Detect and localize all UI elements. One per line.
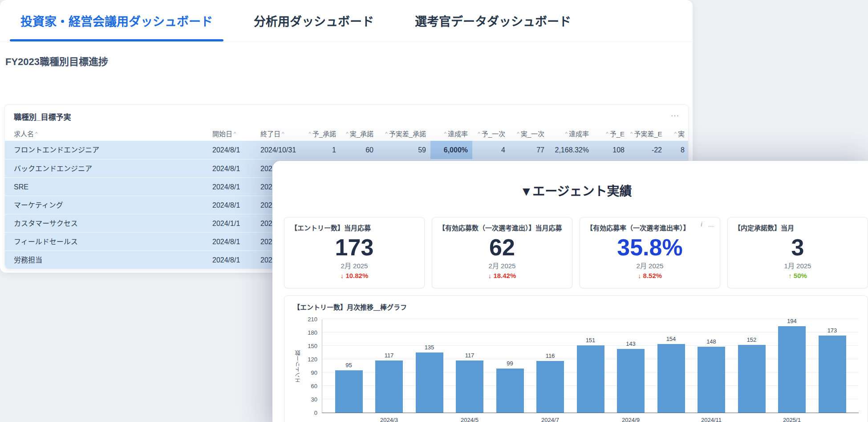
cell-1: 2024/8/1 (205, 160, 253, 178)
bar[interactable] (738, 345, 766, 413)
bar-value-label: 116 (536, 352, 564, 359)
sort-caret-icon: ^ (384, 131, 389, 136)
sort-caret-icon: ^ (476, 131, 481, 136)
bar-chart-plot: 951172024/31351172024/5991162024/7151143… (322, 320, 859, 413)
bar-value-label: 194 (778, 318, 806, 324)
column-header-4[interactable]: ^実_承諾 (341, 129, 378, 138)
arrow-up-icon: ↑ (788, 272, 792, 279)
bar[interactable] (617, 349, 645, 413)
bar[interactable] (456, 361, 483, 413)
bar-value-label: 154 (657, 336, 685, 342)
bar[interactable] (698, 347, 725, 413)
bar-slot: 1942025/1 (778, 320, 806, 413)
cell-7: 4 (472, 141, 510, 159)
kpi-delta: ↓ 8.52% (586, 272, 714, 279)
y-axis-title: エントリー数 (293, 320, 302, 413)
bar-slot: 99 (496, 320, 524, 413)
bar-slot: 95 (335, 320, 363, 413)
kpi-card-2: 【有効応募数（一次選考進出）】当月応募622月 2025↓ 18.42% (432, 217, 572, 288)
bar-value-label: 151 (577, 337, 604, 344)
kpi-label: 【エントリー数】当月応募 (291, 223, 418, 232)
bar[interactable] (657, 344, 685, 413)
cell-1: 2024/1/1 (205, 214, 253, 233)
bar[interactable] (496, 369, 524, 413)
cell-12: 8 (666, 141, 689, 159)
cell-0: マーケティング (5, 196, 205, 214)
column-header-label: 予実差_承諾 (389, 130, 426, 138)
sort-caret-icon: ^ (307, 131, 312, 136)
bar[interactable] (778, 326, 806, 413)
cell-6: 6,000% (430, 141, 472, 159)
column-header-10[interactable]: ^予_E (593, 129, 629, 138)
kpi-label: 【有効応募数（一次選考進出）】当月応募 (438, 223, 566, 232)
bar-slot: 1432024/9 (617, 320, 645, 413)
column-header-12[interactable]: ^実 (666, 129, 689, 138)
kpi-delta: ↓ 18.42% (438, 272, 566, 279)
cell-9: 2,168.32% (549, 141, 593, 159)
column-header-8[interactable]: ^実_一次 (510, 129, 549, 138)
sort-caret-icon: ^ (232, 131, 237, 136)
cell-0: フィールドセールス (5, 233, 205, 251)
kpi-card-1: 【エントリー数】当月応募1732月 2025↓ 10.82% (284, 217, 425, 288)
bar-slot: 154 (657, 320, 685, 413)
column-header-7[interactable]: ^予_一次 (472, 129, 510, 138)
y-axis-ticks: 0306090120150180210 (302, 320, 322, 413)
kpi-value: 173 (291, 235, 418, 260)
sort-caret-icon: ^ (629, 131, 634, 136)
bar[interactable] (577, 345, 604, 413)
column-header-label: 求人名 (14, 130, 34, 138)
cell-1: 2024/8/1 (205, 251, 253, 269)
dashboard-tab-1[interactable]: 投資家・経営会議用ダッシュボード (10, 0, 223, 41)
info-icon[interactable]: i (701, 221, 702, 228)
column-header-2[interactable]: 終了日^ (253, 129, 306, 138)
bar[interactable] (536, 361, 564, 413)
kpi-period: 1月 2025 (734, 261, 861, 270)
bar-slot: 151 (577, 320, 604, 413)
bar[interactable] (335, 370, 363, 413)
bar[interactable] (819, 336, 846, 413)
bar-value-label: 173 (819, 327, 846, 334)
column-header-3[interactable]: ^予_承諾 (306, 129, 341, 138)
table-header-row: 求人名^開始日^終了日^^予_承諾^実_承諾^予実差_承諾^達成率^予_一次^実… (5, 126, 688, 141)
cell-0: 労務担当 (5, 251, 205, 269)
column-header-5[interactable]: ^予実差_承諾 (378, 129, 430, 138)
x-axis-label: 2024/7 (541, 417, 559, 422)
cell-3: 1 (306, 141, 341, 159)
bar[interactable] (416, 352, 443, 413)
column-header-0[interactable]: 求人名^ (5, 129, 205, 138)
table-row[interactable]: フロントエンドエンジニア2024/8/12024/10/31160596,000… (5, 141, 688, 159)
sort-caret-icon: ^ (673, 131, 678, 136)
column-header-6[interactable]: ^達成率 (430, 129, 472, 138)
kpi-value: 62 (438, 235, 566, 260)
sort-caret-icon: ^ (280, 131, 285, 136)
page-title: FY2023職種別目標進捗 (5, 53, 693, 68)
dashboard-tab-3[interactable]: 選考官データダッシュボード (404, 0, 582, 41)
cell-11: -22 (629, 141, 666, 159)
column-header-1[interactable]: 開始日^ (205, 129, 253, 138)
arrow-down-icon: ↓ (488, 272, 492, 279)
chart-title: 【エントリー数】月次推移＿棒グラフ (293, 302, 859, 311)
bar-slot: 173 (819, 320, 846, 413)
cell-0: バックエンドエンジニア (5, 160, 205, 178)
column-header-label: 開始日 (212, 130, 232, 138)
kpi-delta: ↓ 10.82% (291, 272, 418, 279)
kpi-value: 3 (734, 235, 861, 260)
cell-1: 2024/8/1 (205, 233, 253, 251)
cell-2: 2024/10/31 (253, 141, 306, 159)
more-options-icon[interactable]: … (708, 221, 714, 228)
cell-0: カスタマーサクセス (5, 214, 205, 233)
y-tick-label: 120 (308, 356, 317, 363)
more-options-icon[interactable]: … (670, 108, 680, 119)
bar-value-label: 99 (496, 360, 524, 367)
bar[interactable] (375, 361, 403, 413)
kpi-period: 2月 2025 (586, 261, 714, 270)
cell-1: 2024/8/1 (205, 178, 253, 196)
column-header-11[interactable]: ^予実差_E (629, 129, 666, 138)
column-header-9[interactable]: ^達成率 (549, 129, 593, 138)
dashboard-tab-2[interactable]: 分析用ダッシュボード (243, 0, 385, 41)
bar-value-label: 117 (456, 352, 483, 359)
column-header-label: 実_一次 (521, 130, 544, 138)
column-header-label: 予実差_E (634, 130, 662, 138)
kpi-row: 【エントリー数】当月応募1732月 2025↓ 10.82%【有効応募数（一次選… (284, 217, 868, 288)
y-tick-label: 0 (314, 410, 317, 416)
